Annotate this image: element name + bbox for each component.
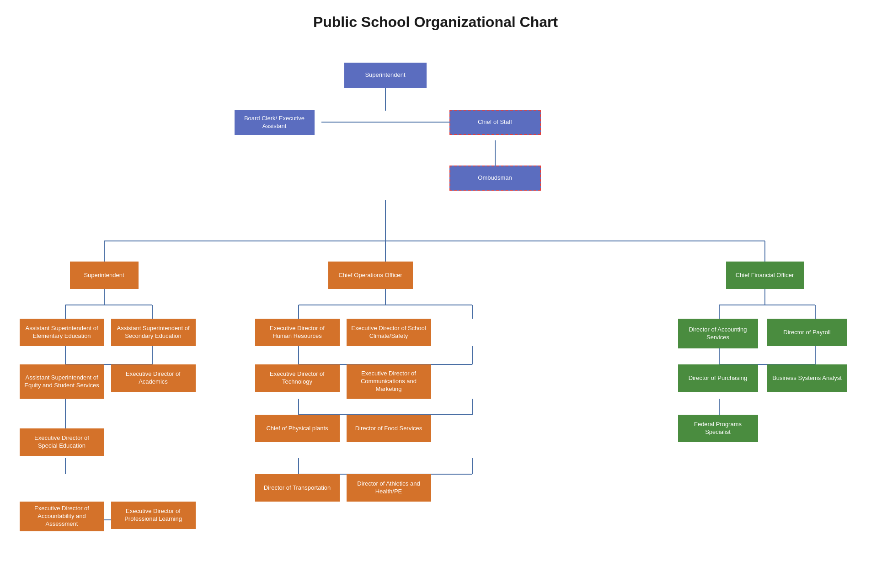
exec-dir-hr-box: Executive Director of Human Resources [255, 319, 340, 346]
chief-operations-box: Chief Operations Officer [328, 262, 413, 289]
asst-supt-equity-label: Assistant Superintendent of Equity and S… [24, 374, 100, 390]
biz-systems-box: Business Systems Analyst [767, 364, 847, 392]
exec-dir-comms-box: Executive Director of Communications and… [347, 364, 431, 399]
ombudsman-label: Ombudsman [478, 174, 512, 182]
dir-food-label: Director of Food Services [355, 425, 422, 433]
board-clerk-label: Board Clerk/ Executive Assistant [239, 115, 310, 130]
dir-purchasing-box: Director of Purchasing [678, 364, 758, 392]
exec-dir-professional-box: Executive Director of Professional Learn… [111, 502, 196, 529]
asst-supt-elementary-box: Assistant Superintendent of Elementary E… [20, 319, 104, 346]
exec-dir-academics-label: Executive Director of Academics [116, 370, 191, 386]
exec-dir-academics-box: Executive Director of Academics [111, 364, 196, 392]
exec-dir-special-ed-label: Executive Director of Special Education [24, 434, 100, 450]
dir-purchasing-label: Director of Purchasing [689, 374, 748, 382]
federal-programs-label: Federal Programs Specialist [683, 421, 753, 436]
dir-transport-box: Director of Transportation [255, 474, 340, 502]
page-title: Public School Organizational Chart [9, 14, 862, 31]
dir-transport-label: Director of Transportation [264, 484, 331, 492]
chief-operations-label: Chief Operations Officer [338, 272, 402, 279]
chief-of-staff-box: Chief of Staff [449, 110, 541, 135]
dir-athletics-label: Director of Athletics and Health/PE [351, 480, 427, 496]
exec-dir-hr-label: Executive Director of Human Resources [260, 325, 335, 340]
biz-systems-label: Business Systems Analyst [772, 374, 842, 382]
dir-accounting-box: Director of Accounting Services [678, 319, 758, 348]
superintendent-deputy-label: Superintendent [84, 272, 124, 279]
superintendent-label: Superintendent [365, 71, 405, 79]
dir-food-box: Director of Food Services [347, 415, 431, 442]
asst-supt-secondary-label: Assistant Superintendent of Secondary Ed… [116, 325, 191, 340]
exec-dir-professional-label: Executive Director of Professional Learn… [116, 508, 191, 523]
exec-dir-tech-box: Executive Director of Technology [255, 364, 340, 392]
asst-supt-secondary-box: Assistant Superintendent of Secondary Ed… [111, 319, 196, 346]
chief-physical-box: Chief of Physical plants [255, 415, 340, 442]
dir-accounting-label: Director of Accounting Services [683, 326, 753, 342]
ombudsman-box: Ombudsman [449, 166, 541, 191]
asst-supt-elementary-label: Assistant Superintendent of Elementary E… [24, 325, 100, 340]
chief-financial-label: Chief Financial Officer [736, 272, 794, 279]
asst-supt-equity-box: Assistant Superintendent of Equity and S… [20, 364, 104, 399]
superintendent-box: Superintendent [344, 63, 427, 88]
dir-payroll-box: Director of Payroll [767, 319, 847, 346]
exec-dir-school-climate-box: Executive Director of School Climate/Saf… [347, 319, 431, 346]
exec-dir-accountability-label: Executive Director of Accountability and… [24, 505, 100, 528]
exec-dir-comms-label: Executive Director of Communications and… [351, 370, 427, 393]
exec-dir-school-climate-label: Executive Director of School Climate/Saf… [351, 325, 427, 340]
exec-dir-special-ed-box: Executive Director of Special Education [20, 428, 104, 456]
dir-payroll-label: Director of Payroll [783, 329, 830, 337]
federal-programs-box: Federal Programs Specialist [678, 415, 758, 442]
exec-dir-accountability-box: Executive Director of Accountability and… [20, 502, 104, 531]
board-clerk-box: Board Clerk/ Executive Assistant [235, 110, 315, 135]
chief-financial-box: Chief Financial Officer [726, 262, 804, 289]
exec-dir-tech-label: Executive Director of Technology [260, 370, 335, 386]
superintendent-deputy-box: Superintendent [70, 262, 139, 289]
chief-physical-label: Chief of Physical plants [266, 425, 328, 433]
chief-of-staff-label: Chief of Staff [478, 118, 512, 126]
dir-athletics-box: Director of Athletics and Health/PE [347, 474, 431, 502]
